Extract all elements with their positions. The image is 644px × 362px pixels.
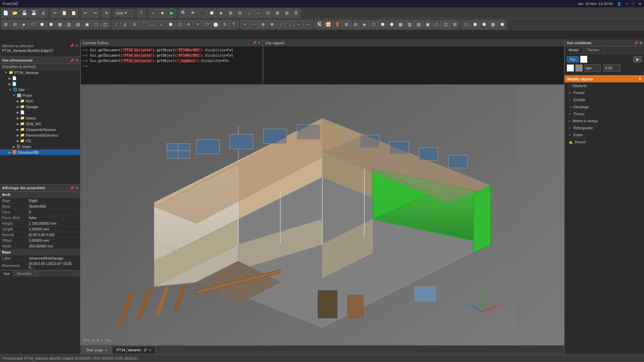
run-btn[interactable]: ▶ bbox=[167, 9, 176, 17]
tree-item-structure085[interactable]: ▶ 🧱 Structure085 bbox=[0, 149, 80, 155]
arch-btn43[interactable]: ⬣ bbox=[387, 20, 396, 29]
modify-trimex[interactable]: ✂ Trimex bbox=[565, 111, 644, 118]
arch-btn19[interactable]: ⬟ bbox=[166, 20, 175, 29]
view-btn4[interactable]: 🔲 bbox=[207, 9, 216, 17]
arch-btn41[interactable]: ⬡ bbox=[369, 20, 378, 29]
arch-btn16[interactable]: ⌒ bbox=[139, 20, 148, 29]
view-btn1[interactable]: 🔍 bbox=[179, 9, 188, 17]
arch-btn54[interactable]: ▦ bbox=[489, 20, 497, 29]
view-btn13[interactable]: ☰ bbox=[292, 9, 300, 17]
arch-btn17[interactable]: ⌓ bbox=[148, 20, 157, 29]
arch-btn3[interactable]: ◈ bbox=[19, 20, 28, 29]
selection-close-icon[interactable]: ✕ bbox=[75, 44, 78, 48]
tab-pt34variante[interactable]: PT34_Variante : 1* ✕ bbox=[112, 346, 156, 354]
arch-btn7[interactable]: ▦ bbox=[56, 20, 64, 29]
redo-btn[interactable]: ↪ bbox=[90, 9, 99, 17]
arch-btn44[interactable]: ▦ bbox=[396, 20, 405, 29]
tree-item-site[interactable]: ▼ 🌐 Site bbox=[0, 87, 80, 92]
arch-btn40[interactable]: ◈ bbox=[360, 20, 369, 29]
arch-btn23[interactable]: ⬡ bbox=[202, 20, 211, 29]
arch-btn26[interactable]: T bbox=[229, 20, 238, 29]
arch-btn24[interactable]: ⬤ bbox=[211, 20, 220, 29]
right-tab-taches[interactable]: Tâches bbox=[583, 47, 603, 53]
arch-btn11[interactable]: ▢ bbox=[92, 20, 100, 29]
tree-item-parements[interactable]: ▶ 📁 ParementsExterieur bbox=[0, 132, 80, 138]
view-btn11[interactable]: ⊠ bbox=[273, 9, 282, 17]
arch-btn30[interactable]: ⊗ bbox=[268, 20, 276, 29]
arch-btn28[interactable]: − bbox=[249, 20, 258, 29]
arch-btn42[interactable]: ⬢ bbox=[378, 20, 387, 29]
tree-item-blank[interactable]: ▶ 📄 bbox=[0, 110, 80, 115]
arch-btn46[interactable]: ▤ bbox=[414, 20, 423, 29]
arch-btn53[interactable]: ⬣ bbox=[480, 20, 488, 29]
props-pin-icon[interactable]: 📌 bbox=[70, 186, 74, 190]
arch-btn48[interactable]: ▢ bbox=[432, 20, 441, 29]
arch-btn52[interactable]: ⬢ bbox=[471, 20, 479, 29]
tree-item-charpente[interactable]: ▶ 📁 CharpenteTerasse bbox=[0, 127, 80, 132]
view-btn10[interactable]: ⊡ bbox=[264, 9, 272, 17]
modify-close-icon[interactable]: ✕ bbox=[638, 77, 641, 81]
arch-btn31[interactable]: ↑ bbox=[277, 20, 285, 29]
view-bg-white[interactable] bbox=[567, 64, 574, 72]
tree-item-projet[interactable]: ▼ 🏢 Projet bbox=[0, 92, 80, 98]
selection-pin-icon[interactable]: 📌 bbox=[70, 44, 74, 48]
tree-item-stairs[interactable]: ▶ 🪜 Stairs bbox=[0, 144, 80, 149]
arch-btn13[interactable]: ∕ bbox=[112, 20, 121, 29]
play-btn[interactable]: ● bbox=[149, 9, 157, 17]
cut-btn[interactable]: ✂ bbox=[51, 9, 59, 17]
minimize-btn[interactable]: ─ bbox=[626, 2, 628, 6]
modify-decalage[interactable]: ⇥ Décalage bbox=[565, 103, 644, 111]
tree-close-icon[interactable]: ✕ bbox=[75, 59, 78, 62]
console-pin-icon[interactable]: 📌 bbox=[253, 41, 257, 45]
view-btn5[interactable]: ◈ bbox=[217, 9, 225, 17]
arch-btn39[interactable]: ⊟ bbox=[351, 20, 360, 29]
view-btn6[interactable]: ⊞ bbox=[226, 9, 235, 17]
arch-btn15[interactable]: ⊙ bbox=[130, 20, 139, 29]
tree-item-pt34variante[interactable]: ▼ 📁 PT34_Variante bbox=[0, 70, 80, 75]
modify-retrograder[interactable]: ↩ Rétrograder bbox=[565, 125, 644, 132]
close-btn[interactable]: ✕ bbox=[638, 2, 641, 6]
tree-item-file2[interactable]: ▶ 📄 bbox=[0, 81, 80, 87]
save-btn[interactable]: 💾 bbox=[20, 9, 29, 17]
modify-editer[interactable]: ✏ Editer bbox=[565, 132, 644, 139]
tree-item-ite[interactable]: ▶ 📁 ITE bbox=[0, 138, 80, 144]
help-btn[interactable]: ? bbox=[137, 9, 146, 17]
arch-btn4[interactable]: ⬡ bbox=[28, 20, 37, 29]
view-px-input[interactable] bbox=[584, 64, 601, 72]
arch-btn21[interactable]: A bbox=[184, 20, 193, 29]
arch-btn8[interactable]: ▥ bbox=[65, 20, 73, 29]
arch-btn27[interactable]: + bbox=[240, 20, 249, 29]
arch-btn35[interactable]: 🏗 bbox=[315, 20, 324, 29]
modify-dessin[interactable]: ✍ Dessin bbox=[565, 139, 644, 146]
print-btn[interactable]: 🖨 bbox=[39, 9, 48, 17]
right-tab-model[interactable]: Model bbox=[565, 47, 583, 53]
paste-btn[interactable]: 📋 bbox=[69, 9, 78, 17]
arch-btn33[interactable]: ← bbox=[295, 20, 303, 29]
view-btn9[interactable]: ↔ bbox=[254, 9, 263, 17]
arch-btn18[interactable]: ⌕ bbox=[157, 20, 166, 29]
view-btn2[interactable]: 👁 bbox=[189, 9, 197, 17]
viewport-3d[interactable]: X Z Y 101.0/0.2 Fps bbox=[80, 85, 564, 345]
view-arrow-btn[interactable]: ▶ bbox=[633, 56, 642, 63]
arch-btn14[interactable]: ∠ bbox=[121, 20, 130, 29]
arch-btn34[interactable]: → bbox=[304, 20, 312, 29]
arch-btn6[interactable]: ⬣ bbox=[47, 20, 55, 29]
tab-close-icon[interactable]: ✕ bbox=[104, 348, 107, 352]
arch-btn50[interactable]: ⊞ bbox=[450, 20, 459, 29]
view-bg-gray[interactable] bbox=[575, 64, 583, 72]
view-opacity-input[interactable] bbox=[603, 64, 620, 72]
workbench-dropdown[interactable]: help ▾ bbox=[114, 9, 134, 17]
view-btn8[interactable]: ↕ bbox=[245, 9, 254, 17]
view-btn3[interactable]: ⬛ bbox=[198, 9, 207, 17]
refresh-btn[interactable]: ↻ bbox=[102, 9, 111, 17]
arch-btn51[interactable]: ⬡ bbox=[461, 20, 470, 29]
arch-btn25[interactable]: S bbox=[220, 20, 229, 29]
stop-btn[interactable]: ■ bbox=[158, 9, 167, 17]
arch-btn12[interactable]: ◫ bbox=[101, 20, 110, 29]
view-color-white[interactable] bbox=[580, 56, 587, 63]
console-close-icon[interactable]: ✕ bbox=[258, 41, 261, 45]
modify-deplacer[interactable]: ↕ Déplacer bbox=[565, 82, 644, 89]
tree-item-file1[interactable]: ▶ 📄 bbox=[0, 75, 80, 81]
tab-close-icon[interactable]: ✕ bbox=[149, 348, 151, 352]
arch-btn1[interactable]: ⊞ bbox=[1, 20, 10, 29]
